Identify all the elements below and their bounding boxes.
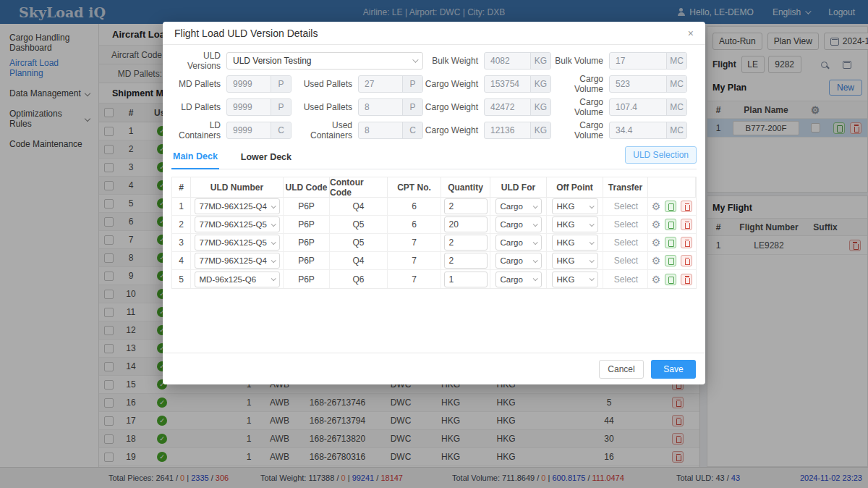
uld-number-select[interactable]: 77MD-96X125-Q5 — [195, 216, 280, 232]
gear-icon[interactable]: ⚙ — [652, 219, 661, 230]
chevron-down-icon — [271, 203, 276, 209]
modal-footer: Cancel Save — [163, 353, 705, 384]
off-point-select[interactable]: HKG — [552, 272, 598, 287]
uld-table-row: 4 77MD-96X125-Q4 P6P Q4 7 2 Cargo HKG — [172, 252, 696, 270]
off-point-value: HKG — [557, 202, 575, 211]
ld-containers-input[interactable]: 9999C — [226, 122, 292, 139]
cargo-volume-input[interactable]: 523MC — [609, 75, 687, 93]
transfer-select[interactable]: Select — [613, 274, 638, 285]
used-containers-input[interactable]: 8C — [358, 122, 423, 139]
contour-code-cell: Q4 — [330, 252, 388, 269]
close-icon[interactable]: × — [688, 28, 694, 38]
used-pallets-input[interactable]: 8P — [358, 98, 423, 116]
gear-icon[interactable]: ⚙ — [652, 201, 661, 211]
uld-number-select[interactable]: 77MD-96X125-Q4 — [195, 198, 280, 214]
row-number: 5 — [172, 270, 191, 288]
contour-code-cell: Q5 — [330, 234, 388, 251]
chevron-down-icon — [532, 258, 537, 263]
transfer-select[interactable]: Select — [613, 219, 638, 230]
delete-icon[interactable] — [681, 219, 692, 230]
uld-code-cell: P6P — [284, 216, 330, 233]
chevron-down-icon — [271, 276, 276, 281]
cancel-label: Cancel — [608, 364, 634, 374]
off-point-select[interactable]: HKG — [552, 198, 598, 214]
uld-number-value: 77MD-96X125-Q4 — [200, 202, 267, 211]
uld-selection-button[interactable]: ULD Selection — [625, 146, 697, 164]
delete-icon[interactable] — [681, 237, 692, 248]
bulk-volume-value: 17 — [610, 53, 666, 69]
used-pallets-input[interactable]: 27P — [358, 75, 423, 93]
uld-for-select[interactable]: Cargo — [495, 216, 542, 232]
delete-icon[interactable] — [681, 274, 692, 285]
cargo-weight-input[interactable]: 153754KG — [484, 75, 551, 93]
unit-suffix: MC — [666, 53, 686, 69]
transfer-select[interactable]: Select — [613, 237, 638, 248]
uld-for-value: Cargo — [501, 202, 523, 211]
transfer-select[interactable]: Select — [613, 256, 638, 266]
save-button[interactable]: Save — [651, 360, 696, 379]
copy-icon[interactable] — [665, 201, 676, 212]
uld-table-row: 1 77MD-96X125-Q4 P6P Q4 6 2 Cargo HKG — [172, 198, 696, 216]
uld-table-row: 2 77MD-96X125-Q5 P6P Q5 6 20 Cargo HKG — [172, 216, 696, 234]
copy-icon[interactable] — [665, 237, 676, 248]
deck-tabs: Main Deck Lower Deck ULD Selection — [171, 145, 697, 169]
uld-number-select[interactable]: 77MD-96X125-Q5 — [195, 235, 280, 251]
off-point-value: HKG — [557, 220, 575, 229]
quantity-input[interactable]: 2 — [444, 253, 488, 269]
copy-icon[interactable] — [665, 274, 676, 285]
gear-icon[interactable]: ⚙ — [652, 256, 661, 266]
gear-icon[interactable]: ⚙ — [652, 274, 661, 285]
unit-suffix: KG — [530, 53, 550, 69]
chevron-down-icon — [532, 240, 537, 245]
chevron-down-icon — [589, 258, 594, 263]
quantity-input[interactable]: 20 — [444, 216, 488, 232]
copy-icon[interactable] — [665, 255, 676, 266]
transfer-select[interactable]: Select — [613, 201, 638, 211]
ld-pallets-input[interactable]: 9999P — [226, 98, 292, 116]
uld-for-select[interactable]: Cargo — [495, 235, 542, 251]
contour-code-cell: Q5 — [330, 216, 388, 233]
row-number: 1 — [172, 198, 191, 215]
chevron-down-icon — [589, 276, 594, 281]
bulk-volume-input[interactable]: 17 MC — [609, 52, 687, 70]
off-point-select[interactable]: HKG — [552, 235, 598, 251]
cargo-volume-input[interactable]: 34.4MC — [609, 122, 687, 139]
uld-versions-select[interactable]: ULD Version Testing — [226, 52, 423, 70]
quantity-input[interactable]: 1 — [444, 272, 488, 287]
off-point-select[interactable]: HKG — [552, 216, 598, 232]
cargo-weight-input[interactable]: 12136KG — [484, 122, 551, 139]
copy-icon[interactable] — [665, 219, 676, 230]
uld-number-value: 77MD-96X125-Q4 — [200, 256, 267, 265]
quantity-input[interactable]: 2 — [444, 235, 488, 251]
chevron-down-icon — [532, 276, 537, 281]
gear-icon[interactable]: ⚙ — [652, 237, 661, 248]
cancel-button[interactable]: Cancel — [599, 360, 644, 379]
delete-icon[interactable] — [681, 201, 692, 212]
chevron-down-icon — [589, 203, 594, 209]
contour-code-cell: Q4 — [330, 198, 388, 215]
uld-for-value: Cargo — [501, 238, 523, 247]
uld-number-select[interactable]: MD-96x125-Q6 — [195, 272, 280, 287]
chevron-down-icon — [412, 56, 418, 62]
off-point-select[interactable]: HKG — [552, 253, 598, 269]
uld-table-row: 3 77MD-96X125-Q5 P6P Q5 7 2 Cargo HKG — [172, 234, 696, 252]
uld-for-select[interactable]: Cargo — [495, 253, 542, 269]
uld-for-select[interactable]: Cargo — [495, 272, 542, 287]
row-number: 4 — [172, 252, 191, 269]
md-pallets-input[interactable]: 9999P — [226, 75, 292, 93]
quantity-input[interactable]: 2 — [444, 198, 488, 214]
tab-main-deck[interactable]: Main Deck — [171, 145, 219, 169]
uld-code-cell: P6P — [284, 234, 330, 251]
tab-lower-deck[interactable]: Lower Deck — [239, 146, 293, 169]
chevron-down-icon — [271, 222, 276, 227]
off-point-value: HKG — [557, 256, 575, 265]
delete-icon[interactable] — [681, 255, 692, 266]
uld-number-value: 77MD-96X125-Q5 — [200, 238, 267, 247]
uld-for-select[interactable]: Cargo — [495, 198, 542, 214]
cargo-volume-input[interactable]: 107.4MC — [609, 98, 687, 116]
uld-number-select[interactable]: 77MD-96X125-Q4 — [195, 253, 280, 269]
cargo-weight-input[interactable]: 42472KG — [484, 98, 551, 116]
save-label: Save — [663, 364, 683, 374]
cpt-no-cell: 7 — [388, 270, 441, 288]
bulk-weight-input[interactable]: 4082 KG — [484, 52, 551, 70]
